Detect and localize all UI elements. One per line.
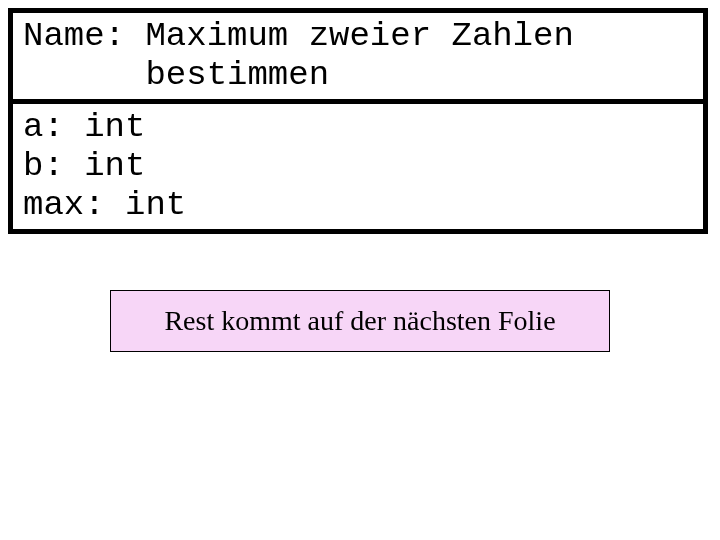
slide: Name: Maximum zweier Zahlen bestimmen a:… bbox=[0, 0, 720, 540]
name-value-line2: bestimmen bbox=[145, 56, 329, 94]
var-a: a: int bbox=[23, 108, 693, 147]
var-max: max: int bbox=[23, 186, 693, 225]
name-value-line1: Maximum zweier Zahlen bbox=[145, 17, 573, 55]
variables-row: a: int b: int max: int bbox=[13, 104, 703, 229]
name-label: Name: bbox=[23, 17, 125, 55]
name-line-2: bestimmen bbox=[23, 56, 693, 95]
var-b: b: int bbox=[23, 147, 693, 186]
note-box: Rest kommt auf der nächsten Folie bbox=[110, 290, 610, 352]
name-row: Name: Maximum zweier Zahlen bestimmen bbox=[13, 13, 703, 104]
note-text: Rest kommt auf der nächsten Folie bbox=[164, 305, 555, 337]
name-line-1: Name: Maximum zweier Zahlen bbox=[23, 17, 693, 56]
definition-box: Name: Maximum zweier Zahlen bestimmen a:… bbox=[8, 8, 708, 234]
